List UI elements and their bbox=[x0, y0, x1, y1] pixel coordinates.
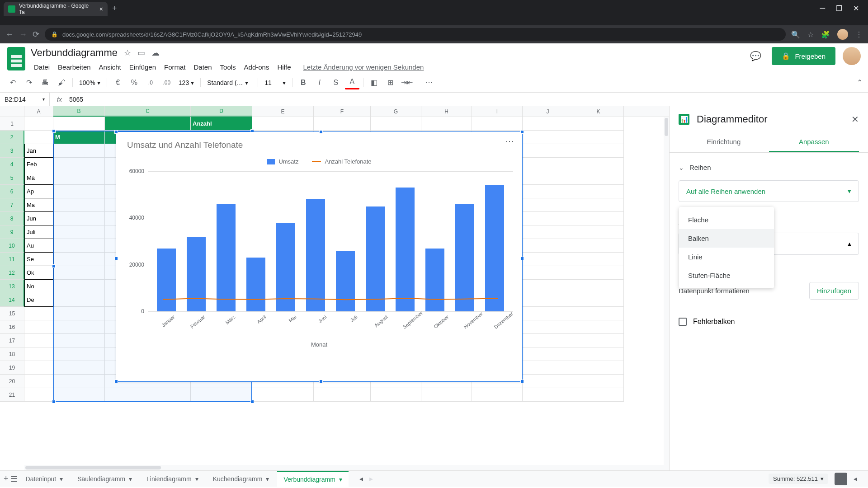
cell[interactable] bbox=[24, 131, 53, 144]
cell[interactable] bbox=[53, 375, 105, 388]
cell[interactable]: Ap bbox=[24, 185, 53, 198]
cell[interactable]: Feb bbox=[24, 158, 53, 171]
collapse-toolbar-icon[interactable]: ⌃ bbox=[857, 78, 863, 87]
cell[interactable] bbox=[523, 131, 573, 144]
sheet-tab-saeule[interactable]: Säulendiagramm▾ bbox=[71, 471, 138, 487]
cell[interactable]: Ok bbox=[24, 266, 53, 280]
row-header[interactable]: 17 bbox=[0, 334, 24, 347]
cell[interactable] bbox=[24, 334, 53, 347]
menu-datei[interactable]: Datei bbox=[31, 61, 53, 73]
cell[interactable]: Jan bbox=[24, 144, 53, 158]
decrease-decimal-button[interactable]: .0 bbox=[143, 76, 158, 89]
borders-icon[interactable]: ⊞ bbox=[383, 76, 398, 89]
print-icon[interactable]: 🖶 bbox=[38, 76, 52, 89]
tab-einrichtung[interactable]: Einrichtung bbox=[679, 132, 769, 152]
all-sheets-icon[interactable]: ☰ bbox=[10, 474, 18, 484]
maximize-icon[interactable]: ❐ bbox=[836, 4, 842, 13]
cell[interactable] bbox=[472, 117, 523, 131]
close-tab-icon[interactable]: × bbox=[99, 5, 103, 13]
cell[interactable] bbox=[53, 253, 105, 266]
col-header[interactable]: C bbox=[105, 106, 191, 117]
cell[interactable] bbox=[573, 307, 624, 320]
cell[interactable] bbox=[24, 388, 53, 402]
zoom-icon[interactable]: 🔍 bbox=[791, 30, 800, 39]
row-header[interactable]: 3 bbox=[0, 144, 24, 158]
increase-decimal-button[interactable]: .00 bbox=[160, 76, 174, 89]
sheet-tab-linie[interactable]: Liniendiagramm▾ bbox=[140, 471, 205, 487]
menu-addons[interactable]: Add-ons bbox=[241, 61, 273, 73]
cell[interactable] bbox=[371, 388, 421, 402]
cell[interactable]: Anzahl bbox=[191, 117, 252, 131]
option-balken[interactable]: Balken bbox=[679, 229, 774, 248]
cell[interactable]: Jun bbox=[24, 212, 53, 225]
star-icon[interactable]: ☆ bbox=[807, 30, 814, 39]
row-header[interactable]: 13 bbox=[0, 280, 24, 293]
cell[interactable] bbox=[314, 388, 371, 402]
currency-button[interactable]: € bbox=[111, 76, 125, 89]
col-header[interactable]: K bbox=[573, 106, 624, 117]
cell[interactable] bbox=[24, 375, 53, 388]
chart-menu-icon[interactable]: ⋮ bbox=[505, 137, 515, 145]
col-header[interactable]: B bbox=[53, 106, 105, 117]
col-header[interactable]: I bbox=[472, 106, 523, 117]
cell[interactable] bbox=[523, 253, 573, 266]
cell[interactable] bbox=[53, 239, 105, 253]
doc-title[interactable]: Verbunddiagramme bbox=[31, 47, 118, 59]
row-header[interactable]: 11 bbox=[0, 253, 24, 266]
cell[interactable] bbox=[573, 361, 624, 375]
add-sheet-icon[interactable]: + bbox=[4, 474, 9, 483]
close-panel-icon[interactable]: ✕ bbox=[851, 114, 859, 125]
cell[interactable] bbox=[573, 375, 624, 388]
cell[interactable] bbox=[573, 225, 624, 239]
cell[interactable] bbox=[53, 347, 105, 361]
cell[interactable] bbox=[53, 198, 105, 212]
cell[interactable] bbox=[53, 307, 105, 320]
cell[interactable] bbox=[573, 185, 624, 198]
paint-format-icon[interactable]: 🖌 bbox=[54, 76, 69, 89]
horizontal-scrollbar[interactable] bbox=[24, 465, 664, 470]
cell[interactable] bbox=[523, 375, 573, 388]
col-header[interactable]: F bbox=[314, 106, 371, 117]
close-window-icon[interactable]: ✕ bbox=[853, 4, 859, 13]
row-header[interactable]: 10 bbox=[0, 239, 24, 253]
cell[interactable] bbox=[472, 388, 523, 402]
col-header[interactable]: G bbox=[371, 106, 421, 117]
cell[interactable]: Au bbox=[24, 239, 53, 253]
reload-icon[interactable]: ⟳ bbox=[33, 29, 39, 39]
strikethrough-icon[interactable]: S bbox=[329, 76, 343, 89]
formula-input[interactable]: 5065 bbox=[69, 96, 83, 103]
row-header[interactable]: 7 bbox=[0, 198, 24, 212]
cell[interactable] bbox=[53, 185, 105, 198]
section-reihen[interactable]: ⌄ Reihen bbox=[679, 160, 859, 175]
row-header[interactable]: 16 bbox=[0, 320, 24, 334]
cell[interactable] bbox=[53, 158, 105, 171]
option-flaeche[interactable]: Fläche bbox=[679, 211, 774, 229]
cell[interactable] bbox=[53, 117, 105, 131]
row-header[interactable]: 12 bbox=[0, 266, 24, 280]
cell[interactable] bbox=[53, 266, 105, 280]
cell[interactable] bbox=[523, 266, 573, 280]
row-header[interactable]: 21 bbox=[0, 388, 24, 402]
zoom-select[interactable]: 100%▾ bbox=[76, 79, 103, 86]
cell[interactable] bbox=[53, 388, 105, 402]
menu-tools[interactable]: Tools bbox=[217, 61, 239, 73]
menu-icon[interactable]: ⋮ bbox=[855, 30, 863, 39]
cell[interactable] bbox=[53, 144, 105, 158]
menu-daten[interactable]: Daten bbox=[191, 61, 215, 73]
cell[interactable] bbox=[523, 239, 573, 253]
sheet-tab-kuchen[interactable]: Kuchendiagramm▾ bbox=[207, 471, 276, 487]
profile-avatar[interactable] bbox=[837, 29, 848, 40]
sum-indicator[interactable]: Summe: 522.511▾ bbox=[769, 474, 828, 484]
row-header[interactable]: 14 bbox=[0, 293, 24, 307]
cell[interactable]: Ma bbox=[24, 198, 53, 212]
select-all-corner[interactable] bbox=[0, 106, 24, 117]
minimize-icon[interactable]: ─ bbox=[820, 4, 825, 13]
col-header[interactable]: D bbox=[191, 106, 252, 117]
italic-icon[interactable]: I bbox=[312, 76, 327, 89]
cell[interactable] bbox=[573, 388, 624, 402]
sheet-nav-left-icon[interactable]: ◂ bbox=[359, 474, 363, 483]
cell[interactable] bbox=[573, 347, 624, 361]
cell[interactable] bbox=[24, 117, 53, 131]
cell[interactable] bbox=[105, 388, 191, 402]
cell[interactable] bbox=[523, 334, 573, 347]
